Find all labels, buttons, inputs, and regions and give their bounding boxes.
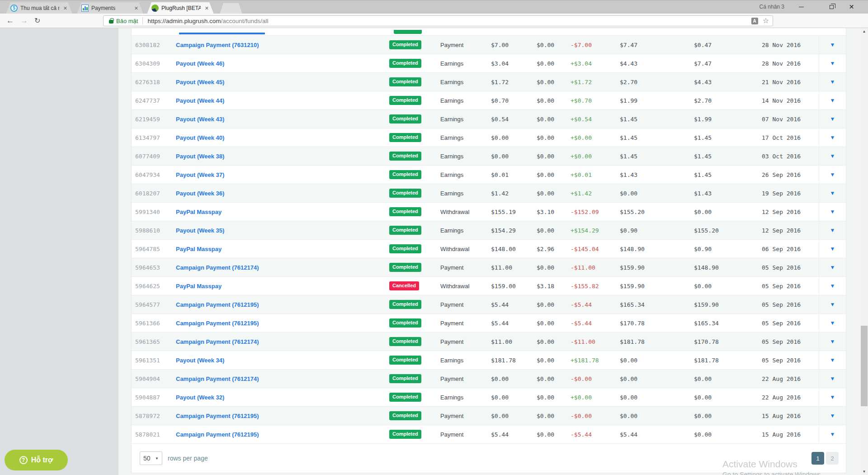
row-fee: $0.00 <box>532 79 566 86</box>
row-expand-arrow[interactable]: ▼ <box>819 184 846 202</box>
row-amount: $0.70 <box>486 97 532 104</box>
back-button[interactable]: ← <box>6 17 14 24</box>
window-restore-button[interactable] <box>821 0 842 13</box>
browser-toolbar: ← → ↻ Bảo mật https://admin.plugrush.com… <box>0 14 868 28</box>
tab-close-icon[interactable]: ✕ <box>133 5 140 11</box>
row-expand-arrow[interactable]: ▼ <box>819 91 846 109</box>
row-expand-arrow[interactable]: ▼ <box>819 147 846 165</box>
scrollbar-up-icon[interactable]: ▲ <box>860 28 868 35</box>
bookmark-star-icon[interactable]: ☆ <box>763 17 769 24</box>
browser-tab-3[interactable]: PlugRush [BETA]✕ <box>147 2 214 14</box>
row-description-link[interactable]: PayPal Masspay <box>176 246 389 252</box>
row-description-link[interactable]: Payout (Week 36) <box>176 190 389 197</box>
forward-button[interactable]: → <box>20 17 28 24</box>
page-button-2[interactable]: 2 <box>826 452 839 465</box>
row-change: -$0.00 <box>566 375 615 382</box>
tab-close-icon[interactable]: ✕ <box>62 5 69 11</box>
minimize-icon <box>799 7 804 7</box>
row-date: 17 Oct 2016 <box>757 134 819 141</box>
row-description-link[interactable]: PayPal Masspay <box>176 283 389 290</box>
row-fee: $3.10 <box>532 209 566 215</box>
row-expand-arrow[interactable]: ▼ <box>819 73 846 91</box>
row-expand-arrow[interactable]: ▼ <box>819 351 846 369</box>
row-fee: $0.00 <box>532 134 566 141</box>
row-description-link[interactable]: Payout (Week 43) <box>176 116 389 123</box>
row-expand-arrow[interactable]: ▼ <box>819 36 846 54</box>
row-amount: $5.44 <box>486 431 532 438</box>
row-funds: $155.20 <box>615 209 689 215</box>
row-expand-arrow[interactable]: ▼ <box>819 388 846 406</box>
row-expand-arrow[interactable]: ▼ <box>819 314 846 332</box>
row-expand-arrow[interactable]: ▼ <box>819 203 846 221</box>
url-domain: https://admin.plugrush.com <box>147 18 221 24</box>
row-expand-arrow[interactable]: ▼ <box>819 407 846 425</box>
rows-per-page-select[interactable]: 50 ▼ <box>140 451 162 465</box>
row-description-link[interactable]: Campaign Payment (7612195) <box>176 301 389 308</box>
row-expand-arrow[interactable]: ▼ <box>819 221 846 239</box>
row-expand-arrow[interactable]: ▼ <box>819 332 846 351</box>
translate-icon[interactable]: A <box>751 18 758 24</box>
window-close-button[interactable]: ✕ <box>841 0 862 13</box>
scrollbar-down-icon[interactable]: ▼ <box>860 468 868 475</box>
row-description-link[interactable]: Payout (Week 40) <box>176 134 389 141</box>
row-expand-arrow[interactable]: ▼ <box>819 54 846 72</box>
browser-tab-2[interactable]: Payments✕ <box>77 2 143 14</box>
row-change: -$152.09 <box>566 209 615 215</box>
row-description-link[interactable]: Payout (Week 46) <box>176 60 389 67</box>
row-type: Withdrawal <box>437 246 486 252</box>
new-tab-button[interactable] <box>220 3 242 14</box>
row-description-link[interactable]: Payout (Week 32) <box>176 394 389 401</box>
row-description-link[interactable]: Payout (Week 35) <box>176 227 389 234</box>
row-date: 12 Sep 2016 <box>757 227 819 234</box>
partial-top-row <box>132 28 846 36</box>
page-button-1[interactable]: 1 <box>811 452 824 465</box>
row-expand-arrow[interactable]: ▼ <box>819 110 846 128</box>
row-type: Earnings <box>437 79 486 86</box>
row-funds: $0.00 <box>615 190 689 197</box>
row-expand-arrow[interactable]: ▼ <box>819 295 846 314</box>
row-expand-arrow[interactable]: ▼ <box>819 277 846 295</box>
row-amount: $0.00 <box>486 413 532 419</box>
address-bar[interactable]: Bảo mật https://admin.plugrush.com /acco… <box>103 15 773 26</box>
row-description-link[interactable]: Campaign Payment (7612174) <box>176 338 389 345</box>
row-description-link[interactable]: PayPal Masspay <box>176 209 389 215</box>
row-change: +$0.00 <box>566 394 615 401</box>
row-description-link[interactable]: Campaign Payment (7612195) <box>176 320 389 327</box>
row-description-link[interactable]: Payout (Week 37) <box>176 171 389 178</box>
secure-label: Bảo mật <box>116 18 138 24</box>
row-type: Earnings <box>437 97 486 104</box>
row-expand-arrow[interactable]: ▼ <box>819 128 846 147</box>
vertical-scrollbar[interactable]: ▲ ▼ <box>860 28 868 475</box>
row-expand-arrow[interactable]: ▼ <box>819 370 846 388</box>
row-description-link[interactable]: Payout (Week 44) <box>176 97 389 104</box>
row-description-link[interactable]: Campaign Payment (7612174) <box>176 264 389 271</box>
row-expand-arrow[interactable]: ▼ <box>819 166 846 184</box>
window-minimize-button[interactable] <box>791 0 811 13</box>
row-balance: $0.47 <box>689 42 757 48</box>
row-balance: $159.90 <box>689 301 757 308</box>
scrollbar-thumb[interactable] <box>861 326 868 406</box>
status-badge: Completed <box>389 374 421 383</box>
row-description-link[interactable]: Campaign Payment (7631210) <box>176 42 389 48</box>
row-description-link[interactable]: Campaign Payment (7612195) <box>176 431 389 438</box>
row-description-link[interactable]: Payout (Week 45) <box>176 79 389 86</box>
reload-button[interactable]: ↻ <box>34 17 40 24</box>
row-description-link[interactable]: Payout (Week 38) <box>176 153 389 160</box>
row-description-link[interactable]: Campaign Payment (7612174) <box>176 375 389 382</box>
row-expand-arrow[interactable]: ▼ <box>819 258 846 276</box>
table-row: 6247737Payout (Week 44)CompletedEarnings… <box>132 91 846 110</box>
tab-close-icon[interactable]: ✕ <box>203 5 210 11</box>
table-footer: 50 ▼ rows per page 12 <box>132 444 846 473</box>
row-expand-arrow[interactable]: ▼ <box>819 240 846 258</box>
row-description-link[interactable]: Campaign Payment (7612195) <box>176 413 389 419</box>
row-expand-arrow[interactable]: ▼ <box>819 425 846 443</box>
browser-tab-1[interactable]: $Thu mua tất cả net CPM✕ <box>6 2 72 14</box>
row-funds: $0.00 <box>615 413 689 419</box>
plugrush-icon <box>151 5 159 12</box>
row-change: +$0.01 <box>566 171 615 178</box>
support-button[interactable]: ? Hỗ trợ <box>5 450 68 470</box>
row-date: 05 Sep 2016 <box>757 264 819 271</box>
row-description-link[interactable]: Payout (Week 34) <box>176 357 389 364</box>
row-date: 03 Oct 2016 <box>757 153 819 160</box>
table-row: 5964653Campaign Payment (7612174)Complet… <box>132 258 846 277</box>
